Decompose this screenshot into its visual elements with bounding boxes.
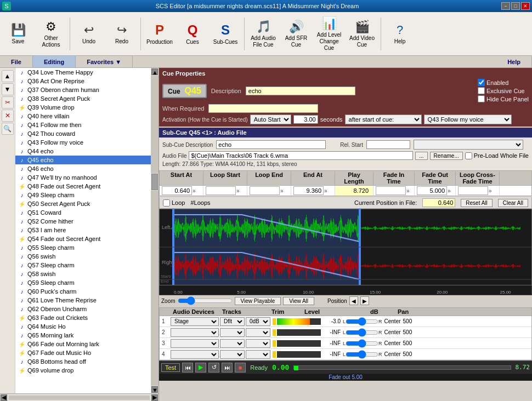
loop-cross-arrow[interactable]: » [489, 188, 492, 194]
list-item[interactable]: ♪Q52 Come hither [15, 217, 151, 226]
list-item[interactable]: ⚡Q39 Volume drop [15, 103, 151, 112]
subcue-desc-input[interactable] [216, 140, 326, 149]
list-item[interactable]: ♪Q51 Coward [15, 208, 151, 217]
scroll-left[interactable]: ◀ [1, 394, 7, 401]
list-item[interactable]: ♪Q37 Oberon charm human [15, 85, 151, 94]
other-actions-button[interactable]: ⚙ OtherActions [35, 14, 67, 54]
loop-start-input[interactable] [206, 186, 236, 195]
when-required-input[interactable] [208, 104, 318, 113]
delete-button[interactable]: ✕ [2, 110, 14, 122]
add-level-button[interactable]: 📊 Add LevelChange Cue [313, 14, 345, 54]
scroll-thumb[interactable] [151, 174, 158, 190]
pan-slider[interactable] [346, 317, 378, 326]
start-at-arrow[interactable]: » [193, 188, 196, 194]
end-at-input[interactable] [293, 186, 324, 195]
loop-cross-input[interactable] [458, 186, 488, 195]
position-right-button[interactable]: ▶ [360, 296, 369, 305]
track-select[interactable] [220, 350, 245, 359]
trim-select[interactable]: 0dB [246, 317, 270, 326]
play-button[interactable]: ▶ [195, 363, 206, 373]
rel-start-select[interactable] [414, 140, 523, 150]
fade-in-input[interactable] [376, 186, 406, 195]
list-item[interactable]: ♪Q44 echo [15, 147, 151, 156]
start-at-input[interactable] [162, 186, 192, 195]
zoom-slider[interactable] [178, 296, 233, 305]
device-select[interactable] [171, 328, 219, 337]
list-item[interactable]: ♪Q58 swish [15, 270, 151, 278]
list-item[interactable]: ♪Q60 Puck's charm [15, 287, 151, 296]
stop-button[interactable]: ■ [235, 363, 246, 373]
list-item[interactable]: ⚡Q66 Fade out Morning lark [15, 340, 151, 348]
list-item[interactable]: ♪Q55 Sleep charm [15, 243, 151, 252]
track-select[interactable] [220, 328, 245, 337]
list-item[interactable]: ♪Q42 Thou coward [15, 129, 151, 138]
scroll-right[interactable]: ▶ [151, 394, 158, 401]
trim-select[interactable] [246, 339, 270, 348]
minimize-button[interactable]: − [501, 2, 510, 10]
list-item[interactable]: ♪Q45 echo [15, 156, 151, 164]
test-button[interactable]: Test [161, 363, 180, 372]
loop-end-input[interactable] [250, 186, 280, 195]
list-item[interactable]: ♪Q56 swish [15, 252, 151, 261]
h-scrollbar[interactable]: ◀ ▶ [0, 393, 159, 401]
loop-end-arrow[interactable]: » [280, 188, 284, 194]
scroll-down[interactable]: ▼ [151, 386, 158, 393]
scroll-up[interactable]: ▲ [151, 68, 158, 75]
list-item[interactable]: ♪Q49 Sleep charm [15, 191, 151, 199]
rel-start-input[interactable] [366, 140, 410, 149]
list-item[interactable]: ♪Q59 Sleep charm [15, 278, 151, 287]
redo-button[interactable]: ↪ Redo [106, 14, 138, 54]
list-item[interactable]: ♪Q53 I am here [15, 226, 151, 234]
list-item[interactable]: ♪Q68 Bottoms head off [15, 357, 151, 366]
undo-button[interactable]: ↩ Undo [73, 14, 105, 54]
add-video-button[interactable]: 🎬 Add VideoCue [346, 14, 378, 54]
exclusive-cue-checkbox[interactable] [478, 87, 485, 94]
list-item[interactable]: ♪Q38 Secret Agent Puck [15, 94, 151, 103]
cut-button[interactable]: ✂ [2, 96, 14, 108]
list-item[interactable]: ⚡Q48 Fade out Secret Agent [15, 182, 151, 191]
list-item[interactable]: ♪Q57 Sleep charm [15, 261, 151, 270]
current-position-input[interactable] [422, 198, 455, 207]
loop-checkbox[interactable] [163, 199, 170, 207]
track-select[interactable] [220, 339, 245, 348]
list-item[interactable]: ⚡Q50 Secret Agent Puck [15, 199, 151, 208]
fade-out-input[interactable] [417, 186, 447, 195]
production-button[interactable]: P Production [144, 14, 176, 54]
waveform-canvas[interactable] [160, 209, 531, 285]
rewind-button[interactable]: ⏮ [182, 363, 193, 373]
list-item[interactable]: ⚡Q63 Fade out Crickets [15, 313, 151, 322]
fade-out-arrow[interactable]: » [448, 188, 451, 194]
move-up-button[interactable]: ▲ [2, 70, 14, 82]
list-item[interactable]: ♪Q40 here villain [15, 112, 151, 121]
save-button[interactable]: 💾 Save [2, 14, 34, 54]
reset-all-button[interactable]: Reset All [461, 199, 492, 207]
browse-button[interactable]: ... [415, 152, 427, 160]
activation-select[interactable]: Auto Start [250, 114, 291, 124]
after-start-select[interactable]: after start of cue: [345, 114, 422, 124]
device-select[interactable] [171, 339, 219, 348]
help-button[interactable]: ? Help [384, 14, 416, 54]
list-item[interactable]: ♪Q34 Love Theme Happy [15, 68, 151, 77]
list-item[interactable]: ♪Q65 Morning lark [15, 331, 151, 340]
list-item[interactable]: ♪Q36 Act One Reprise [15, 77, 151, 85]
pan-slider[interactable] [346, 328, 378, 337]
trim-select[interactable] [246, 350, 270, 359]
list-item[interactable]: ♪Q46 echo [15, 164, 151, 173]
rename-button[interactable]: Rename... [430, 152, 463, 160]
pan-slider[interactable] [346, 339, 378, 348]
file-menu[interactable]: File [0, 56, 33, 67]
list-item[interactable]: ♪Q43 Follow my voice [15, 138, 151, 147]
seconds-input[interactable] [293, 115, 318, 124]
move-down-button[interactable]: ▼ [2, 83, 14, 95]
cues-button[interactable]: Q Cues [177, 14, 208, 54]
add-sfr-button[interactable]: 🔊 Add SFRCue [280, 14, 312, 54]
add-audio-button[interactable]: 🎵 Add AudioFile Cue [247, 14, 279, 54]
restore-button[interactable]: □ [511, 2, 520, 10]
favorites-menu[interactable]: Favorites ▼ [76, 56, 133, 67]
view-all-button[interactable]: View All [283, 297, 314, 305]
device-select[interactable] [171, 350, 219, 359]
editing-menu[interactable]: Editing [33, 56, 76, 67]
list-item[interactable]: ⚡Q69 volume drop [15, 366, 151, 375]
clear-all-button[interactable]: Clear All [498, 199, 528, 207]
search-button[interactable]: 🔍 [2, 123, 14, 135]
